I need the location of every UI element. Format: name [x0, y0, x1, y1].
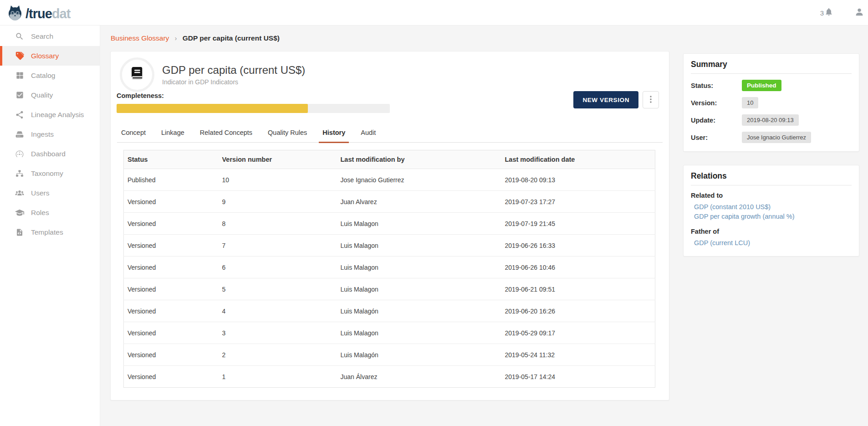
cell-version-number: 2: [219, 344, 337, 366]
sidebar-item-catalog[interactable]: Catalog: [0, 66, 100, 85]
sidebar-item-label: Lineage Analysis: [31, 111, 84, 119]
sidebar-item-glossary[interactable]: Glossary: [0, 46, 100, 66]
cell-version-number: 8: [219, 213, 337, 235]
cell-version-number: 4: [219, 300, 337, 322]
summary-field-user: User: Jose Ignacio Gutierrez: [691, 132, 852, 143]
cell-last-modification-by: Luis Malagon: [337, 322, 501, 344]
cell-status: Versioned: [124, 300, 219, 322]
tab-concept[interactable]: Concept: [120, 124, 147, 142]
table-row[interactable]: Versioned 4 Luis Malagón 2019-06-20 16:2…: [124, 300, 655, 322]
tab-linkage[interactable]: Linkage: [160, 124, 185, 142]
relation-group: Father of GDP (current LCU): [691, 228, 852, 248]
sidebar-item-templates[interactable]: Templates: [0, 222, 100, 242]
cell-status: Versioned: [124, 344, 219, 366]
sidebar-item-lineage-analysis[interactable]: Lineage Analysis: [0, 105, 100, 124]
cell-status: Versioned: [124, 235, 219, 257]
cell-version-number: 1: [219, 366, 337, 388]
completeness-label: Completeness:: [117, 92, 390, 99]
sidebar-item-quality[interactable]: Quality: [0, 85, 100, 105]
notifications-button[interactable]: 3: [820, 7, 833, 18]
table-row[interactable]: Versioned 5 Luis Malagon 2019-06-21 09:5…: [124, 278, 655, 300]
user-menu-button[interactable]: [854, 7, 864, 19]
cell-version-number: 6: [219, 257, 337, 278]
relations-panel: Relations Related to GDP (constant 2010 …: [683, 165, 859, 257]
cell-version-number: 5: [219, 278, 337, 300]
relations-title: Relations: [691, 171, 852, 185]
right-column: Summary Status: Published Version: 10 Up…: [683, 53, 859, 257]
relation-group-heading: Father of: [691, 228, 852, 235]
table-row[interactable]: Versioned 7 Luis Malagon 2019-06-26 16:3…: [124, 235, 655, 257]
summary-field-value: Published: [742, 80, 781, 91]
summary-field-value: 10: [742, 97, 758, 108]
table-row[interactable]: Versioned 1 Juan Álvarez 2019-05-17 14:2…: [124, 366, 655, 388]
breadcrumb: Business Glossary › GDP per capita (curr…: [111, 34, 280, 42]
relation-link[interactable]: GDP per capita growth (annual %): [694, 212, 852, 221]
sidebar-item-search[interactable]: Search: [0, 26, 100, 46]
cell-last-modification-date: 2019-07-23 17:27: [501, 191, 655, 213]
book-icon: [129, 66, 145, 84]
cell-last-modification-by: Luis Malagon: [337, 278, 501, 300]
tag-icon: [15, 51, 25, 61]
cell-last-modification-by: Luis Malagon: [337, 213, 501, 235]
sidebar-item-users[interactable]: Users: [0, 183, 100, 203]
tab-quality-rules[interactable]: Quality Rules: [267, 124, 308, 142]
table-header-row: Status Version number Last modification …: [124, 150, 655, 169]
tab-history[interactable]: History: [322, 124, 346, 142]
table-row[interactable]: Versioned 8 Luis Malagon 2019-07-19 21:4…: [124, 213, 655, 235]
summary-field-value: 2019-08-20 09:13: [742, 114, 799, 126]
tab-audit[interactable]: Audit: [360, 124, 377, 142]
cell-status: Versioned: [124, 257, 219, 278]
table-row[interactable]: Versioned 6 Luis Malagon 2019-06-26 10:4…: [124, 257, 655, 278]
hierarchy-icon: [15, 169, 25, 179]
cell-last-modification-date: 2019-06-20 16:26: [501, 300, 655, 322]
more-actions-button[interactable]: [643, 91, 659, 108]
table-row[interactable]: Versioned 2 Luis Malagón 2019-05-24 11:3…: [124, 344, 655, 366]
sidebar-item-label: Search: [31, 32, 53, 41]
sidebar-item-label: Users: [31, 189, 49, 197]
concept-subtitle: Indicator in GDP Indicators: [162, 78, 305, 86]
owl-logo-icon: [6, 4, 24, 23]
bell-icon: [824, 7, 833, 18]
grid-icon: [15, 71, 25, 81]
file-code-icon: [15, 227, 25, 237]
top-bar: /truedat 3: [0, 0, 868, 26]
truedat-logo[interactable]: /truedat: [6, 4, 70, 23]
breadcrumb-parent-link[interactable]: Business Glossary: [111, 34, 169, 42]
cell-last-modification-date: 2019-06-26 16:33: [501, 235, 655, 257]
cell-last-modification-by: Jose Ignacio Gutierrez: [337, 169, 501, 191]
cell-last-modification-by: Luis Malagón: [337, 344, 501, 366]
sidebar-item-dashboard[interactable]: Dashboard: [0, 144, 100, 164]
table-row[interactable]: Versioned 3 Luis Malagon 2019-05-29 09:1…: [124, 322, 655, 344]
graduation-cap-icon: [15, 208, 25, 218]
server-icon: [15, 129, 25, 139]
cell-last-modification-by: Luis Malagon: [337, 235, 501, 257]
sidebar-item-label: Catalog: [31, 72, 55, 80]
relation-link[interactable]: GDP (current LCU): [694, 238, 852, 248]
user-icon: [854, 7, 864, 19]
table-row[interactable]: Published 10 Jose Ignacio Gutierrez 2019…: [124, 169, 655, 191]
cell-last-modification-by: Luis Malagón: [337, 300, 501, 322]
sidebar-item-taxonomy[interactable]: Taxonomy: [0, 164, 100, 183]
relation-link[interactable]: GDP (constant 2010 US$): [694, 202, 852, 212]
cell-last-modification-date: 2019-08-20 09:13: [501, 169, 655, 191]
sidebar-item-label: Roles: [31, 209, 49, 217]
summary-field-value: Jose Ignacio Gutierrez: [742, 132, 811, 143]
column-header-by: Last modification by: [337, 150, 501, 169]
summary-field-label: Version:: [691, 99, 742, 107]
breadcrumb-current: GDP per capita (current US$): [183, 34, 280, 42]
sidebar-item-ingests[interactable]: Ingests: [0, 124, 100, 144]
concept-avatar: [120, 57, 154, 92]
summary-title: Summary: [691, 60, 852, 74]
completeness-progress-fill: [117, 104, 308, 113]
cell-last-modification-date: 2019-05-29 09:17: [501, 322, 655, 344]
completeness-progress-bar: [117, 104, 390, 113]
relation-group-heading: Related to: [691, 192, 852, 199]
new-version-button[interactable]: NEW VERSION: [573, 91, 638, 108]
column-header-date: Last modification date: [501, 150, 655, 169]
cell-last-modification-by: Juan Álvarez: [337, 366, 501, 388]
sidebar-item-roles[interactable]: Roles: [0, 203, 100, 222]
concept-card: GDP per capita (current US$) Indicator i…: [110, 51, 669, 400]
table-row[interactable]: Versioned 9 Juan Alvarez 2019-07-23 17:2…: [124, 191, 655, 213]
tab-related-concepts[interactable]: Related Concepts: [199, 124, 253, 142]
cell-status: Versioned: [124, 366, 219, 388]
